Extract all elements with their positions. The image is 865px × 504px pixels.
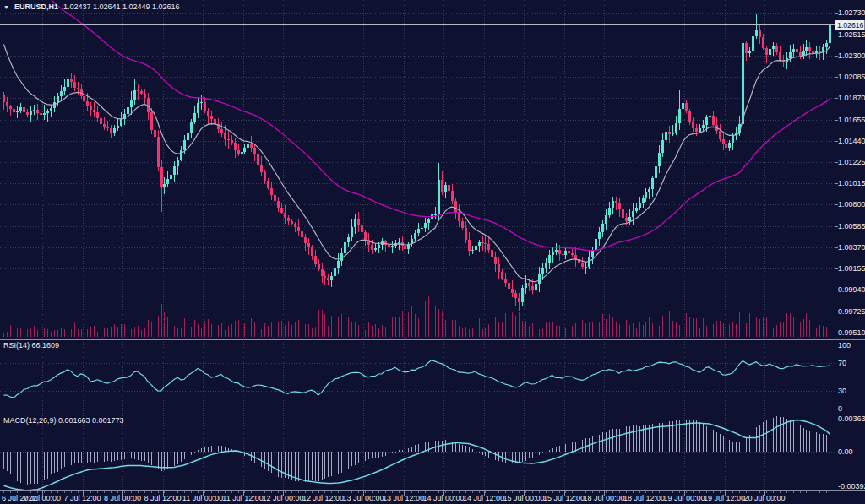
chart-canvas[interactable]: 1.027301.025151.023001.020851.018701.016… — [0, 0, 865, 504]
chart-title-bar: ▼ EURUSD,H1 1.02437 1.02641 1.02449 1.02… — [3, 3, 180, 12]
symbol-timeframe-label[interactable]: EURUSD,H1 — [14, 3, 58, 12]
symbol-dropdown-icon[interactable]: ▼ — [3, 3, 9, 12]
trading-chart-window: { "header": { "symbol_tf": "EURUSD,H1", … — [0, 0, 865, 504]
macd-indicator-label: MACD(12,26,9) 0.001663 0.001773 — [3, 416, 124, 425]
time-axis[interactable] — [0, 491, 865, 504]
rsi-indicator-label: RSI(14) 66.1609 — [3, 341, 59, 350]
ohlc-readout: 1.02437 1.02641 1.02449 1.02616 — [63, 3, 180, 12]
price-axis[interactable] — [835, 0, 865, 490]
